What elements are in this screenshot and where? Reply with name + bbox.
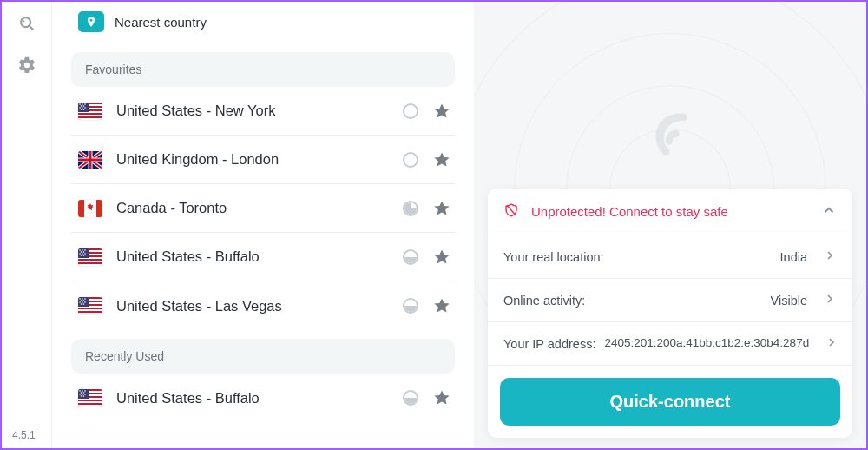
location-label: United Kingdom - London [116,151,389,168]
flag-icon [78,151,102,169]
left-sidebar [2,2,52,448]
location-label: United States - Las Vegas [116,298,389,314]
ip-address-row[interactable]: Your IP address: 2405:201:200a:41bb:c1b2… [488,322,852,366]
settings-icon[interactable] [17,56,36,75]
chevron-right-icon [825,335,838,352]
flag-icon [78,248,102,266]
favourite-star-icon[interactable] [432,102,451,121]
real-location-label: Your real location: [503,250,604,264]
online-activity-value: Visible [771,294,807,308]
favourites-header: Favourites [71,52,455,87]
favourite-star-icon[interactable] [432,248,451,267]
location-label: United States - Buffalo [116,248,389,265]
load-indicator-icon [403,152,418,168]
flag-icon [78,200,102,217]
online-activity-row[interactable]: Online activity: Visible [488,279,852,322]
favourites-list: United States - New York United Kingdom … [71,87,455,330]
favourite-star-icon[interactable] [432,199,451,218]
favourite-star-icon[interactable] [432,296,451,315]
recent-list: United States - Buffalo [71,374,455,422]
recent-header: Recently Used [71,339,455,374]
location-row[interactable]: United Kingdom - London [71,136,455,184]
version-label: 4.5.1 [12,429,36,441]
chevron-right-icon [823,248,837,265]
favourite-star-icon[interactable] [432,150,451,169]
location-row[interactable]: United States - Buffalo [71,374,455,422]
load-indicator-icon [403,249,418,265]
app-logo-icon [641,106,700,165]
locations-panel: Nearest country Favourites United States… [52,2,474,448]
chevron-up-icon[interactable] [821,202,837,221]
real-location-value: India [780,250,807,264]
status-panel: Unprotected! Connect to stay safe Your r… [474,2,866,448]
warning-text: Unprotected! Connect to stay safe [531,204,728,219]
chevron-right-icon [823,292,837,308]
location-row[interactable]: United States - Buffalo [71,233,455,281]
ip-address-value: 2405:201:200a:41bb:c1b2:e:30b4:287d [604,336,809,351]
app-window: 4.5.1 Nearest country Favourites United … [0,0,868,450]
flag-icon [78,297,102,314]
location-row[interactable]: United States - New York [71,87,455,136]
pin-icon [78,11,104,32]
load-indicator-icon [403,298,418,314]
connection-card: Unprotected! Connect to stay safe Your r… [488,189,852,438]
quick-connect-button[interactable]: Quick-connect [500,378,840,426]
flag-icon [78,103,102,120]
location-label: United States - New York [116,103,389,119]
real-location-row[interactable]: Your real location: India [488,235,852,279]
location-label: United States - Buffalo [116,390,389,407]
load-indicator-icon [403,201,418,216]
load-indicator-icon [403,390,418,406]
ip-address-label: Your IP address: [503,337,595,351]
search-icon[interactable] [17,14,36,33]
nearest-country-label: Nearest country [115,15,207,30]
svg-line-1 [29,26,33,30]
location-row[interactable]: Canada - Toronto [71,184,455,233]
shield-off-icon [503,202,519,221]
load-indicator-icon [403,103,418,119]
location-label: Canada - Toronto [116,200,389,216]
flag-icon [78,389,102,407]
warning-banner[interactable]: Unprotected! Connect to stay safe [488,189,852,235]
nearest-country-button[interactable]: Nearest country [78,7,455,36]
online-activity-label: Online activity: [503,294,585,308]
location-row[interactable]: United States - Las Vegas [71,281,455,330]
favourite-star-icon[interactable] [432,388,451,407]
